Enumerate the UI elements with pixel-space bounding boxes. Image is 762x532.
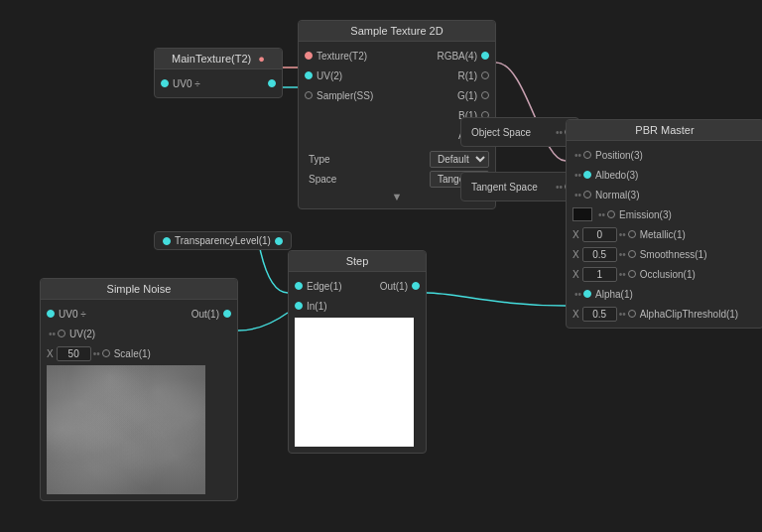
g-label: G(1): [457, 90, 477, 101]
type-label: Type: [309, 154, 330, 165]
noise-texture: [47, 365, 205, 494]
noise-uv-label: UV0 ÷: [59, 309, 86, 320]
pbr-master-body: •• Position(3) •• Albedo(3) •• Normal(3)…: [567, 141, 762, 328]
object-space-node: Object Space ••: [460, 117, 579, 147]
uv-label: UV0 ÷: [173, 78, 200, 89]
noise-uv2-port[interactable]: [58, 330, 65, 337]
uv2-input-port[interactable]: [305, 71, 313, 79]
noise-uv-port[interactable]: [47, 310, 55, 318]
alpha-clip-row: X •• AlphaClipThreshold(1): [567, 304, 762, 324]
noise-uv2-label: UV(2): [69, 329, 95, 339]
alpha-row: •• Alpha(1): [567, 284, 762, 304]
metallic-value[interactable]: [582, 227, 617, 242]
smoothness-row: X •• Smoothness(1): [567, 244, 762, 264]
noise-uv2-row: •• UV(2): [41, 324, 237, 343]
step-out-port[interactable]: [412, 282, 420, 290]
tangent-space-node: Tangent Space ••: [460, 172, 579, 201]
edge-input-port[interactable]: [295, 282, 303, 290]
g-output-port[interactable]: [481, 91, 489, 99]
texture-input-label: Texture(T2): [317, 51, 367, 62]
in-row: In(1): [289, 296, 426, 316]
sampler-g-row: Sampler(SS) G(1): [299, 85, 495, 105]
normal-label: Normal(3): [595, 190, 639, 200]
alpha-clip-label: AlphaClipThreshold(1): [640, 309, 739, 320]
position-input[interactable]: [583, 151, 591, 159]
transparency-level-node: TransparencyLevel(1): [154, 231, 292, 250]
texture-input-port[interactable]: [305, 52, 313, 60]
emission-input[interactable]: [607, 210, 615, 218]
albedo-label: Albedo(3): [595, 170, 638, 181]
uv-input-port[interactable]: [161, 79, 169, 87]
occlusion-value[interactable]: [582, 267, 617, 282]
type-select[interactable]: Default: [430, 151, 489, 168]
step-header: Step: [289, 251, 426, 272]
sample-texture-title: Sample Texture 2D: [350, 25, 443, 37]
occlusion-input[interactable]: [628, 270, 636, 278]
noise-preview: [47, 365, 205, 494]
emission-label: Emission(3): [619, 209, 672, 220]
pbr-master-header: PBR Master: [567, 120, 762, 141]
object-space-body: Object Space ••: [461, 118, 578, 146]
albedo-row: •• Albedo(3): [567, 165, 762, 185]
emission-row: •• Emission(3): [567, 204, 762, 224]
step-body: Edge(1) Out(1) In(1): [289, 272, 426, 453]
main-texture-icon: ●: [258, 53, 265, 65]
main-texture-body: UV0 ÷: [155, 69, 282, 97]
pbr-master-node: PBR Master •• Position(3) •• Albedo(3) •…: [566, 119, 762, 329]
alpha-clip-input[interactable]: [628, 310, 636, 318]
occlusion-label: Occlusion(1): [640, 269, 696, 280]
position-row: •• Position(3): [567, 145, 762, 165]
metallic-row: X •• Metallic(1): [567, 224, 762, 244]
tangent-space-label: Tangent Space: [471, 182, 538, 193]
noise-scale-row: X •• Scale(1): [41, 343, 237, 363]
main-texture-title: MainTexture(T2): [172, 53, 251, 65]
smoothness-input[interactable]: [628, 250, 636, 258]
noise-scale-label: Scale(1): [114, 348, 151, 359]
in-input-port[interactable]: [295, 302, 303, 310]
step-node: Step Edge(1) Out(1) In(1): [288, 250, 427, 454]
r-output-port[interactable]: [481, 71, 489, 79]
pbr-master-title: PBR Master: [635, 124, 694, 136]
uv-output-port[interactable]: [268, 79, 276, 87]
transparency-output2[interactable]: [275, 237, 283, 245]
edge-label: Edge(1): [307, 281, 342, 292]
albedo-input[interactable]: [583, 171, 591, 179]
rgba-output-port[interactable]: [481, 52, 489, 60]
occlusion-row: X •• Occlusion(1): [567, 264, 762, 284]
object-space-row: Object Space ••: [461, 122, 578, 142]
sampler-input-port[interactable]: [305, 91, 313, 99]
main-texture-header: MainTexture(T2) ●: [155, 49, 282, 69]
simple-noise-node: Simple Noise UV0 ÷ Out(1) •• UV(2) X •• …: [40, 278, 238, 501]
type-row: Type Default: [299, 149, 495, 169]
tangent-space-body: Tangent Space ••: [461, 173, 578, 200]
simple-noise-body: UV0 ÷ Out(1) •• UV(2) X •• Scale(1): [41, 300, 237, 500]
r-label: R(1): [458, 70, 477, 81]
noise-scale-port[interactable]: [102, 349, 110, 357]
noise-out-label: Out(1): [191, 309, 219, 320]
alpha-label: Alpha(1): [595, 289, 633, 300]
position-label: Position(3): [595, 150, 643, 161]
transparency-label: TransparencyLevel(1): [175, 235, 271, 246]
noise-uv-out-row: UV0 ÷ Out(1): [41, 304, 237, 324]
simple-noise-title: Simple Noise: [107, 283, 172, 295]
normal-input[interactable]: [583, 191, 591, 199]
alpha-input[interactable]: [583, 290, 591, 298]
step-preview: [295, 318, 414, 447]
step-title: Step: [346, 255, 369, 267]
sampler-label: Sampler(SS): [317, 90, 373, 101]
tangent-space-row: Tangent Space ••: [461, 177, 578, 197]
noise-scale-value[interactable]: [57, 346, 91, 361]
step-out-label: Out(1): [380, 281, 408, 292]
emission-swatch[interactable]: [572, 207, 592, 221]
rgba-label: RGBA(4): [437, 51, 477, 62]
noise-out-port[interactable]: [223, 310, 231, 318]
uv-r-row: UV(2) R(1): [299, 66, 495, 85]
main-texture-uv-row: UV0 ÷: [155, 73, 282, 93]
object-space-label: Object Space: [471, 127, 531, 138]
normal-row: •• Normal(3): [567, 185, 762, 204]
smoothness-value[interactable]: [582, 247, 617, 262]
space-label: Space: [309, 174, 336, 185]
alpha-clip-value[interactable]: [582, 307, 617, 322]
metallic-input[interactable]: [628, 230, 636, 238]
transparency-output[interactable]: [163, 237, 171, 245]
